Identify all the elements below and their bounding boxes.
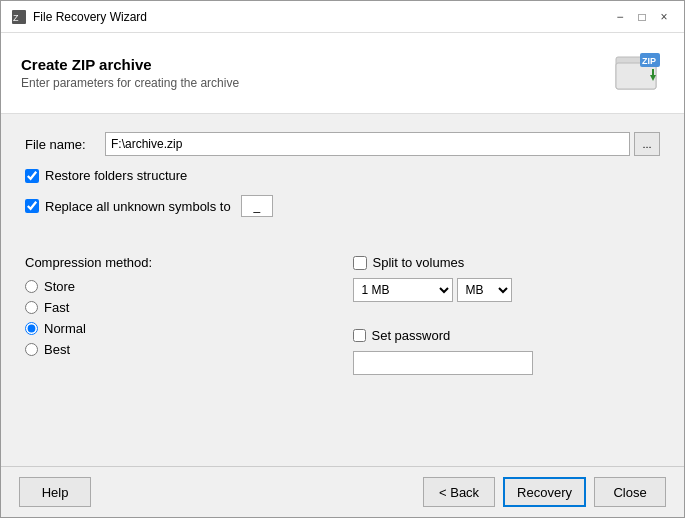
spacer2 [353, 310, 661, 320]
header-subtitle: Enter parameters for creating the archiv… [21, 76, 239, 90]
password-row: Set password [353, 328, 661, 343]
spacer [25, 229, 660, 243]
radio-fast[interactable] [25, 301, 38, 314]
radio-best[interactable] [25, 343, 38, 356]
split-size-select[interactable]: 1 MB 2 MB 5 MB 10 MB 25 MB 50 MB 100 MB … [353, 278, 453, 302]
window: Z File Recovery Wizard − □ × Create ZIP … [0, 0, 685, 518]
svg-text:ZIP: ZIP [642, 56, 656, 66]
footer-right: < Back Recovery Close [423, 477, 666, 507]
file-name-label: File name: [25, 137, 95, 152]
svg-text:Z: Z [13, 13, 19, 23]
footer-left: Help [19, 477, 91, 507]
radio-best-label[interactable]: Best [44, 342, 70, 357]
window-title: File Recovery Wizard [33, 10, 147, 24]
replace-unknown-label[interactable]: Replace all unknown symbols to [45, 199, 231, 214]
close-button[interactable]: × [654, 7, 674, 27]
split-row: Split to volumes [353, 255, 661, 270]
split-label[interactable]: Split to volumes [373, 255, 465, 270]
maximize-button[interactable]: □ [632, 7, 652, 27]
split-controls: 1 MB 2 MB 5 MB 10 MB 25 MB 50 MB 100 MB … [353, 278, 661, 302]
password-label[interactable]: Set password [372, 328, 451, 343]
radio-normal[interactable] [25, 322, 38, 335]
file-name-input[interactable] [105, 132, 630, 156]
radio-store-row: Store [25, 276, 333, 297]
window-icon: Z [11, 9, 27, 25]
replace-unknown-checkbox[interactable] [25, 199, 39, 213]
close-dialog-button[interactable]: Close [594, 477, 666, 507]
header-text: Create ZIP archive Enter parameters for … [21, 56, 239, 90]
radio-fast-row: Fast [25, 297, 333, 318]
password-checkbox[interactable] [353, 329, 366, 342]
split-checkbox[interactable] [353, 256, 367, 270]
radio-store-label[interactable]: Store [44, 279, 75, 294]
help-button[interactable]: Help [19, 477, 91, 507]
file-name-row: File name: ... [25, 132, 660, 156]
restore-folders-checkbox[interactable] [25, 169, 39, 183]
radio-store[interactable] [25, 280, 38, 293]
recovery-button[interactable]: Recovery [503, 477, 586, 507]
header-area: Create ZIP archive Enter parameters for … [1, 33, 684, 114]
window-controls: − □ × [610, 7, 674, 27]
replace-symbol-input[interactable] [241, 195, 273, 217]
footer: Help < Back Recovery Close [1, 466, 684, 517]
file-input-container: ... [105, 132, 660, 156]
title-bar: Z File Recovery Wizard − □ × [1, 1, 684, 33]
radio-fast-label[interactable]: Fast [44, 300, 69, 315]
password-input[interactable] [353, 351, 533, 375]
radio-normal-row: Normal [25, 318, 333, 339]
back-button[interactable]: < Back [423, 477, 495, 507]
restore-folders-label[interactable]: Restore folders structure [45, 168, 187, 183]
radio-best-row: Best [25, 339, 333, 360]
zip-icon-svg: ZIP [612, 47, 664, 99]
compression-section-label: Compression method: [25, 255, 333, 270]
restore-folders-row: Restore folders structure [25, 168, 660, 183]
radio-normal-label[interactable]: Normal [44, 321, 86, 336]
right-column: Split to volumes 1 MB 2 MB 5 MB 10 MB 25… [333, 255, 661, 375]
header-title: Create ZIP archive [21, 56, 239, 73]
compression-column: Compression method: Store Fast Normal Be… [25, 255, 333, 375]
split-unit-select[interactable]: MB GB KB [457, 278, 512, 302]
replace-unknown-row: Replace all unknown symbols to [25, 195, 660, 217]
columns-row: Compression method: Store Fast Normal Be… [25, 255, 660, 375]
browse-button[interactable]: ... [634, 132, 660, 156]
zip-icon: ZIP [612, 47, 664, 99]
title-bar-left: Z File Recovery Wizard [11, 9, 147, 25]
content-area: File name: ... Restore folders structure… [1, 114, 684, 466]
minimize-button[interactable]: − [610, 7, 630, 27]
svg-rect-7 [652, 69, 654, 77]
